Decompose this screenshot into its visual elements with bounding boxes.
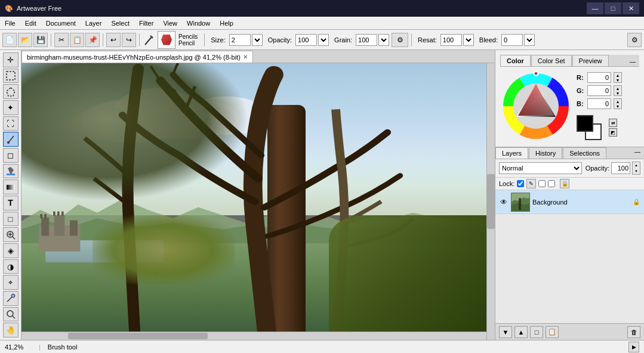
layer-move-up-btn[interactable]: ▲ <box>514 326 528 338</box>
grain-input[interactable] <box>356 34 377 46</box>
canvas-scroll-right[interactable] <box>486 63 495 340</box>
resat-label: Resat: <box>418 36 437 44</box>
grain-options-button[interactable]: ⚙ <box>392 33 408 47</box>
tool-select-poly[interactable] <box>3 84 19 99</box>
tool-text[interactable]: T <box>3 196 19 210</box>
canvas-tab[interactable]: birmingham-museums-trust-HEEvYhNzpEo-uns… <box>21 51 253 63</box>
menu-select[interactable]: Select <box>106 17 134 29</box>
menu-edit[interactable]: Edit <box>20 17 41 29</box>
layer-new-btn[interactable]: □ <box>530 326 543 338</box>
tool-crop[interactable]: ⛶ <box>3 116 19 131</box>
lock-transparency-check[interactable] <box>517 180 524 187</box>
minimize-button[interactable]: — <box>587 2 603 14</box>
r-up[interactable]: ▲ <box>614 73 621 78</box>
size-select[interactable]: ▼ <box>252 34 263 46</box>
tab-history[interactable]: History <box>529 147 562 159</box>
tool-fill[interactable] <box>3 164 19 179</box>
r-input[interactable] <box>587 72 611 83</box>
g-input[interactable] <box>587 85 611 96</box>
g-up[interactable]: ▲ <box>614 86 621 91</box>
opacity-input[interactable] <box>295 34 317 46</box>
copy-button[interactable]: 📋 <box>70 33 84 47</box>
close-button[interactable]: ✕ <box>623 2 639 14</box>
lock-move-check[interactable] <box>538 180 546 187</box>
b-input[interactable] <box>587 98 611 109</box>
save-button[interactable]: 💾 <box>33 33 48 47</box>
menu-file[interactable]: File <box>0 17 20 29</box>
toolbar-options-button[interactable]: ⚙ <box>627 33 642 47</box>
opacity-spinner[interactable]: ▲ ▼ <box>632 162 640 175</box>
opacity-up[interactable]: ▲ <box>633 162 640 168</box>
lock-brush-btn[interactable]: ✎ <box>526 179 536 188</box>
r-down[interactable]: ▼ <box>614 78 621 82</box>
tab-layers[interactable]: Layers <box>495 147 528 159</box>
tool-brush[interactable] <box>3 132 19 147</box>
status-expand-button[interactable]: ▶ <box>628 342 639 352</box>
tool-eraser[interactable]: ◻ <box>3 148 19 163</box>
tool-zoom-out[interactable] <box>3 307 19 322</box>
tool-move[interactable]: ✛ <box>3 52 19 67</box>
new-button[interactable]: 📄 <box>2 33 17 47</box>
tool-dodge[interactable]: ◑ <box>3 259 19 274</box>
layer-opacity-input[interactable] <box>611 162 630 174</box>
maximize-button[interactable]: □ <box>605 2 621 14</box>
layer-visibility-toggle[interactable]: 👁 <box>499 197 509 207</box>
menu-layer[interactable]: Layer <box>81 17 107 29</box>
canvas-container[interactable] <box>21 63 495 340</box>
b-up[interactable]: ▲ <box>614 99 621 104</box>
layers-list: 👁 Background 🔒 <box>495 190 644 323</box>
menu-window[interactable]: Window <box>182 17 215 29</box>
tool-zoom[interactable] <box>3 227 19 242</box>
open-button[interactable]: 📂 <box>18 33 32 47</box>
tab-preview[interactable]: Preview <box>572 55 609 66</box>
menu-view[interactable]: View <box>158 17 182 29</box>
tool-select-rect[interactable] <box>3 69 19 83</box>
g-down[interactable]: ▼ <box>614 91 621 95</box>
layer-move-down-btn[interactable]: ▼ <box>499 326 512 338</box>
foreground-swatch[interactable] <box>577 115 593 132</box>
default-colors-btn[interactable]: ◩ <box>609 128 617 137</box>
tool-hand[interactable]: 🤚 <box>3 323 19 337</box>
tool-picker[interactable] <box>3 291 19 306</box>
bleed-select[interactable]: ▼ <box>524 34 535 46</box>
grain-select[interactable]: ▼ <box>378 34 389 46</box>
bleed-input[interactable] <box>501 34 523 46</box>
tool-magic-wand[interactable]: ✦ <box>3 100 19 115</box>
opacity-down[interactable]: ▼ <box>633 168 640 174</box>
color-wheel[interactable] <box>500 70 572 142</box>
swap-colors-btn[interactable]: ⇄ <box>609 119 617 127</box>
tool-gradient[interactable] <box>3 179 19 194</box>
tool-clone[interactable]: ⌖ <box>3 275 19 290</box>
g-spinner[interactable]: ▲ ▼ <box>614 85 622 96</box>
tab-selections[interactable]: Selections <box>563 147 606 159</box>
cut-button[interactable]: ✂ <box>54 33 69 47</box>
size-input[interactable] <box>229 34 251 46</box>
tool-shape[interactable]: □ <box>3 212 19 227</box>
tab-color[interactable]: Color <box>500 55 531 66</box>
r-spinner[interactable]: ▲ ▼ <box>614 72 622 83</box>
b-down[interactable]: ▼ <box>614 104 621 109</box>
layer-item-background[interactable]: 👁 Background 🔒 <box>495 190 644 214</box>
resat-select[interactable]: ▼ <box>463 34 474 46</box>
menu-filter[interactable]: Filter <box>134 17 158 29</box>
menu-help[interactable]: Help <box>215 17 238 29</box>
blend-mode-select[interactable]: Normal Multiply Screen Overlay <box>499 162 582 174</box>
lock-all-btn[interactable]: 🔒 <box>560 179 569 188</box>
paste-button[interactable]: 📌 <box>85 33 100 47</box>
tool-smudge[interactable]: ◈ <box>3 243 19 258</box>
tab-color-set[interactable]: Color Set <box>531 55 572 66</box>
resat-input[interactable] <box>440 34 462 46</box>
brush-preview[interactable] <box>158 31 175 49</box>
layer-delete-btn[interactable]: 🗑 <box>627 326 640 338</box>
b-spinner[interactable]: ▲ ▼ <box>614 98 622 109</box>
color-panel-minimize[interactable]: — <box>626 57 639 66</box>
canvas-scroll-bottom[interactable] <box>21 332 486 340</box>
canvas-tab-close[interactable]: ✕ <box>243 54 248 60</box>
redo-button[interactable]: ↪ <box>122 33 136 47</box>
lock-all-check[interactable] <box>548 180 555 187</box>
undo-button[interactable]: ↩ <box>106 33 121 47</box>
layer-duplicate-btn[interactable]: 📋 <box>546 326 559 338</box>
opacity-select[interactable]: ▼ <box>318 34 329 46</box>
menu-document[interactable]: Document <box>41 17 81 29</box>
layers-panel-minimize[interactable]: — <box>631 147 644 159</box>
